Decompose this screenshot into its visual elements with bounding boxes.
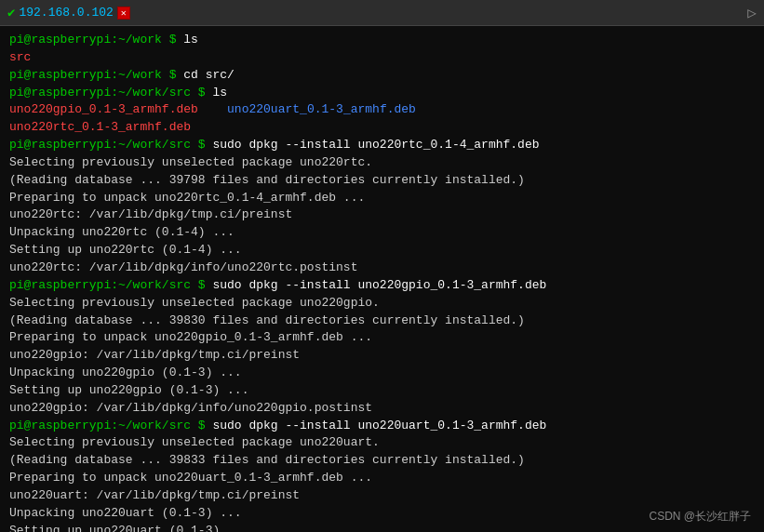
terminal-line: uno220rtc: /var/lib/dpkg/tmp.ci/preinst — [9, 206, 755, 224]
ip-address: 192.168.0.102 — [19, 6, 113, 20]
terminal-line: Unpacking uno220rtc (0.1-4) ... — [9, 224, 755, 242]
terminal-line: (Reading database ... 39833 files and di… — [9, 452, 755, 470]
terminal-line: uno220gpio_0.1-3_armhf.deb uno220uart_0.… — [9, 101, 755, 119]
terminal-line: Preparing to unpack uno220uart_0.1-3_arm… — [9, 470, 755, 487]
terminal-line: pi@raspberrypi:~/work/src $ sudo dpkg --… — [9, 137, 755, 154]
terminal-line: Selecting previously unselected package … — [9, 295, 755, 313]
terminal-line: uno220rtc_0.1-3_armhf.deb — [9, 119, 755, 137]
terminal-line: Preparing to unpack uno220rtc_0.1-4_armh… — [9, 190, 755, 207]
terminal-line: (Reading database ... 39830 files and di… — [9, 313, 755, 330]
terminal-line: Unpacking uno220gpio (0.1-3) ... — [9, 365, 755, 382]
close-button[interactable]: ✕ — [117, 7, 130, 20]
check-icon: ✔ — [7, 5, 15, 20]
watermark: CSDN @长沙红胖子 — [649, 509, 751, 525]
terminal-line: Unpacking uno220uart (0.1-3) ... — [9, 505, 755, 523]
terminal-line: Selecting previously unselected package … — [9, 434, 755, 452]
terminal-line: Setting up uno220gpio (0.1-3) ... — [9, 382, 755, 400]
terminal-line: pi@raspberrypi:~/work/src $ sudo dpkg --… — [9, 418, 755, 435]
title-bar: ✔ 192.168.0.102 ✕ ▷ — [0, 0, 764, 26]
terminal: pi@raspberrypi:~/work $ lssrcpi@raspberr… — [0, 26, 764, 532]
terminal-line: src — [9, 49, 755, 67]
terminal-line: pi@raspberrypi:~/work $ cd src/ — [9, 67, 755, 85]
terminal-line: pi@raspberrypi:~/work/src $ sudo dpkg --… — [9, 277, 755, 295]
terminal-line: uno220gpio: /var/lib/dpkg/tmp.ci/preinst — [9, 347, 755, 365]
terminal-line: Selecting previously unselected package … — [9, 154, 755, 172]
terminal-line: uno220gpio: /var/lib/dpkg/info/uno220gpi… — [9, 400, 755, 418]
terminal-line: Setting up uno220uart (0.1-3) ... — [9, 523, 755, 532]
terminal-line: (Reading database ... 39798 files and di… — [9, 172, 755, 190]
terminal-line: uno220rtc: /var/lib/dpkg/info/uno220rtc.… — [9, 259, 755, 277]
terminal-line: uno220uart: /var/lib/dpkg/tmp.ci/preinst — [9, 487, 755, 505]
arrow-icon: ▷ — [747, 4, 757, 22]
terminal-line: pi@raspberrypi:~/work $ ls — [9, 32, 755, 49]
terminal-line: Setting up uno220rtc (0.1-4) ... — [9, 242, 755, 259]
terminal-line: pi@raspberrypi:~/work/src $ ls — [9, 85, 755, 102]
terminal-line: Preparing to unpack uno220gpio_0.1-3_arm… — [9, 329, 755, 347]
